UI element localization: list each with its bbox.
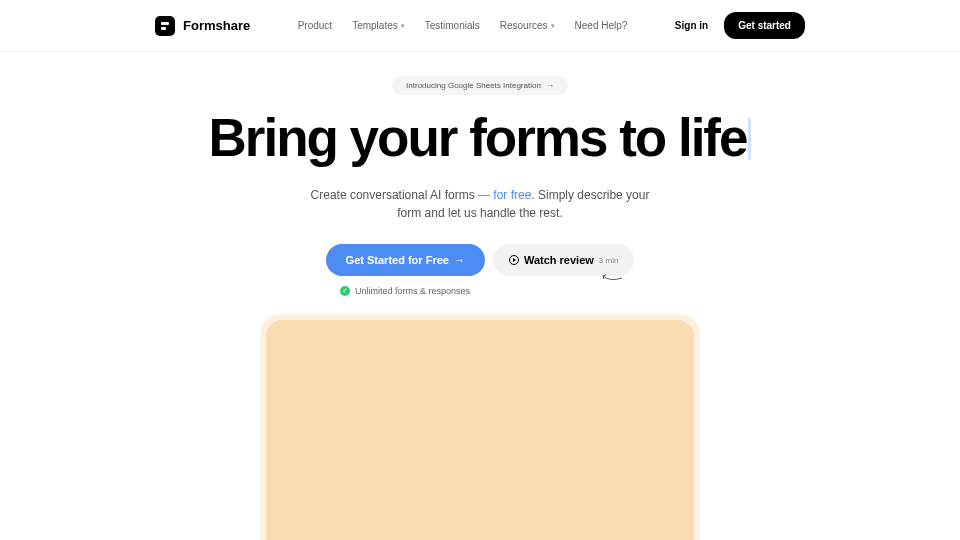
cta-primary-label: Get Started for Free: [346, 254, 449, 266]
arrow-right-icon: →: [454, 254, 465, 266]
hero: Introducing Google Sheets Integration → …: [0, 52, 960, 540]
watch-review-button[interactable]: Watch review 3 min: [493, 244, 634, 276]
nav-resources-label: Resources: [500, 20, 548, 31]
announcement-text: Introducing Google Sheets Integration: [406, 81, 541, 90]
cta-secondary-label: Watch review: [524, 254, 594, 266]
announcement-badge[interactable]: Introducing Google Sheets Integration →: [392, 76, 568, 95]
hero-title-text: Bring your forms to life: [209, 108, 747, 167]
chevron-down-icon: ▾: [551, 22, 555, 30]
hero-subtitle: Create conversational AI forms — for fre…: [310, 186, 650, 222]
signin-link[interactable]: Sign in: [675, 20, 708, 31]
preview-frame: [260, 314, 700, 540]
cta-duration: 3 min: [599, 256, 619, 265]
logo-text: Formshare: [183, 18, 250, 33]
chevron-down-icon: ▾: [401, 22, 405, 30]
nav-templates-label: Templates: [352, 20, 398, 31]
nav-resources[interactable]: Resources ▾: [500, 20, 555, 31]
nav-product[interactable]: Product: [298, 20, 332, 31]
arrow-squiggle-icon: [602, 274, 624, 284]
preview-content: [266, 320, 694, 540]
nav-templates[interactable]: Templates ▾: [352, 20, 405, 31]
check-icon: ✓: [340, 286, 350, 296]
header: Formshare Product Templates ▾ Testimonia…: [0, 0, 960, 52]
nav: Product Templates ▾ Testimonials Resourc…: [298, 20, 628, 31]
header-actions: Sign in Get started: [675, 12, 805, 39]
subtitle-pre: Create conversational AI forms: [311, 188, 478, 202]
feature-line: ✓ Unlimited forms & responses: [0, 286, 960, 296]
get-started-free-button[interactable]: Get Started for Free →: [326, 244, 485, 276]
logo[interactable]: Formshare: [155, 16, 250, 36]
nav-testimonials[interactable]: Testimonials: [425, 20, 480, 31]
cta-row: Get Started for Free → Watch review 3 mi…: [0, 244, 960, 276]
nav-help[interactable]: Need Help?: [575, 20, 628, 31]
svg-rect-0: [161, 22, 169, 25]
feature-text: Unlimited forms & responses: [355, 286, 470, 296]
play-icon: [509, 255, 519, 265]
svg-rect-1: [161, 27, 166, 30]
arrow-right-icon: →: [546, 81, 554, 90]
hero-title: Bring your forms to life: [0, 111, 960, 164]
subtitle-highlight: — for free: [478, 188, 531, 202]
logo-icon: [155, 16, 175, 36]
cursor-icon: [748, 118, 751, 160]
get-started-button[interactable]: Get started: [724, 12, 805, 39]
